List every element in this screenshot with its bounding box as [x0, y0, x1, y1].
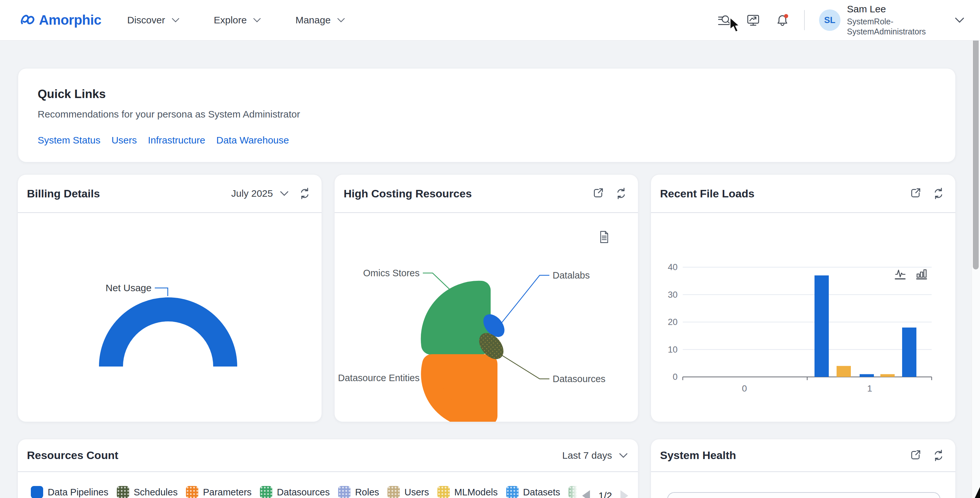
bar-chart-toggle-icon[interactable] [915, 267, 929, 281]
legend-swatch [31, 486, 43, 498]
user-menu[interactable]: SL Sam Lee SystemRole-SystemAdministrato… [819, 3, 965, 37]
resources-legend: Data PipelinesSchedulesParametersDatasou… [31, 486, 628, 498]
top-navigation-bar: Amorphic DiscoverExploreManage [0, 0, 980, 41]
legend-swatch [338, 486, 350, 498]
pie-label-datalabs: Datalabs [553, 270, 590, 281]
legend-item-datasets[interactable]: Datasets [506, 486, 560, 498]
nav-item-explore[interactable]: Explore [214, 14, 262, 26]
legend-item-datasources[interactable]: Datasources [260, 486, 330, 498]
refresh-icon[interactable] [298, 186, 312, 201]
scrollbar-thumb[interactable] [973, 35, 979, 270]
chevron-down-icon [337, 17, 345, 23]
legend-pagination: 1/2 [560, 486, 628, 498]
quick-link-users[interactable]: Users [111, 135, 137, 146]
legend-item-roles[interactable]: Roles [338, 486, 379, 498]
refresh-icon[interactable] [931, 186, 946, 201]
high-costing-resources-card: High Costing Resources [334, 174, 638, 422]
legend-label: Data Pipelines [48, 487, 108, 498]
legend-swatch [117, 486, 129, 498]
legend-item-users[interactable]: Users [387, 486, 429, 498]
page-scrollbar [972, 0, 980, 498]
resources-count-header: Resources Count Last 7 days [18, 439, 638, 472]
nav-item-discover[interactable]: Discover [127, 14, 180, 26]
y-axis-tick: 20 [668, 317, 678, 327]
quick-links-title: Quick Links [38, 87, 936, 101]
chevron-down-icon [171, 17, 180, 23]
billing-gauge-chart: Net Usage [18, 213, 321, 422]
x-axis-tick: 1 [867, 383, 872, 393]
bar-value-37[interactable] [815, 275, 829, 377]
billing-period-select[interactable]: July 2025 [231, 188, 289, 199]
nav-label: Explore [214, 14, 247, 26]
bar-value-1[interactable] [860, 374, 874, 377]
legend-label: Datasources [277, 487, 330, 498]
quick-link-system-status[interactable]: System Status [38, 135, 100, 146]
topbar-actions: SL Sam Lee SystemRole-SystemAdministrato… [716, 3, 965, 37]
legend-item-mlmodels[interactable]: MLModels [438, 486, 498, 498]
bar-value-4[interactable] [837, 366, 851, 377]
refresh-icon[interactable] [614, 186, 628, 201]
high-costing-pie-chart: Omics Stores Datalabs Datasource Entitie… [334, 213, 638, 422]
resources-count-card: Resources Count Last 7 days Data Pipelin… [18, 439, 638, 498]
external-link-icon[interactable] [908, 449, 923, 463]
legend-swatch [438, 486, 450, 498]
high-costing-header: High Costing Resources [334, 175, 638, 213]
search-icon[interactable] [716, 13, 732, 27]
nav-item-manage[interactable]: Manage [295, 14, 345, 26]
bar-value-18[interactable] [902, 327, 916, 377]
x-axis-tick: 0 [742, 383, 747, 393]
bar-value-1[interactable] [880, 374, 895, 377]
external-link-icon[interactable] [908, 186, 923, 201]
legend-item-parameters[interactable]: Parameters [186, 486, 251, 498]
gauge-arc [111, 310, 225, 367]
quick-links-subtitle: Recommendations for your persona as Syst… [38, 109, 936, 120]
resources-period-select[interactable]: Last 7 days [562, 450, 628, 461]
recent-file-loads-title: Recent File Loads [660, 187, 754, 200]
pagination-prev-icon[interactable] [582, 490, 590, 498]
line-chart-toggle-icon[interactable] [893, 267, 907, 281]
legend-item-schedules[interactable]: Schedules [117, 486, 178, 498]
quick-links-card: Quick Links Recommendations for your per… [18, 68, 956, 162]
chevron-down-icon[interactable] [954, 16, 965, 24]
billing-title: Billing Details [27, 187, 100, 200]
amorphic-logo[interactable]: Amorphic [19, 12, 101, 29]
legend-swatch [506, 486, 519, 498]
file-loads-bar-chart: 01020304001 [651, 213, 956, 422]
resources-count-title: Resources Count [27, 449, 118, 462]
legend-swatch [186, 486, 198, 498]
refresh-icon[interactable] [931, 449, 946, 463]
legend-label: Users [404, 487, 429, 498]
legend-label: Roles [355, 487, 379, 498]
bell-icon[interactable] [775, 13, 790, 27]
legend-label: Parameters [203, 487, 251, 498]
y-axis-tick: 30 [668, 290, 678, 300]
pie-label-datasources: Datasources [553, 374, 606, 384]
legend-swatch [260, 486, 272, 498]
high-costing-title: High Costing Resources [344, 187, 472, 200]
pie-label-datasource-entities: Datasource Entities [338, 373, 420, 383]
external-link-icon[interactable] [591, 186, 606, 201]
file-loads-chart-zone: 01020304001 [651, 213, 955, 422]
nav-label: Discover [127, 14, 165, 26]
pagination-count: 1/2 [598, 490, 612, 498]
y-axis-tick: 0 [673, 372, 678, 382]
system-health-panel [667, 492, 940, 498]
document-icon[interactable] [597, 230, 610, 244]
y-axis-tick: 40 [668, 262, 678, 272]
pie-slice-omics-stores[interactable] [430, 290, 481, 345]
quick-links-list: System StatusUsersInfrastructureData War… [38, 135, 936, 146]
chevron-down-icon [253, 17, 262, 23]
system-health-card: System Health [651, 439, 956, 498]
quick-link-infrastructure[interactable]: Infrastructure [148, 135, 205, 146]
monitor-chart-icon[interactable] [746, 13, 760, 27]
legend-item-data pipelines[interactable]: Data Pipelines [31, 486, 108, 498]
recent-file-loads-card: Recent File Loads [651, 174, 956, 422]
topbar-divider [804, 10, 805, 30]
quick-link-data-warehouse[interactable]: Data Warehouse [216, 135, 289, 146]
brand-name: Amorphic [39, 12, 101, 28]
y-axis-tick: 10 [668, 345, 678, 354]
pagination-next-icon[interactable] [620, 490, 628, 498]
pie-slice-datasource-entities[interactable] [431, 364, 488, 418]
user-name: Sam Lee [847, 3, 928, 14]
billing-header: Billing Details July 2025 [18, 175, 321, 213]
